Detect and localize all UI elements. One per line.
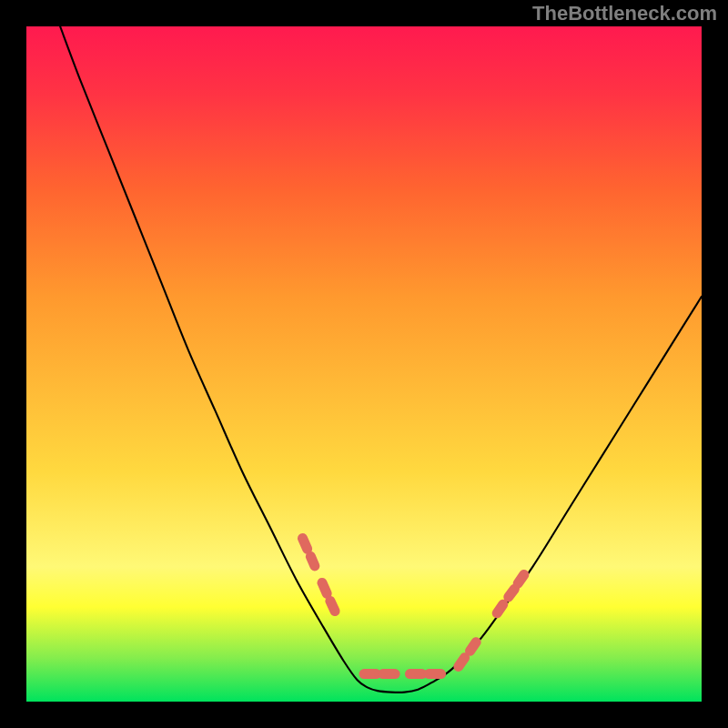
- curve-dashed-segments: [302, 538, 523, 673]
- dash-segment: [470, 642, 476, 652]
- dash-segment: [310, 556, 314, 565]
- dash-segment: [302, 538, 307, 549]
- dash-segment: [322, 582, 327, 593]
- dash-segment: [509, 589, 515, 597]
- watermark-text: TheBottleneck.com: [532, 2, 717, 25]
- dash-segment: [330, 601, 335, 611]
- curve-layer: [26, 26, 702, 702]
- dash-segment: [459, 658, 465, 667]
- chart-container: TheBottleneck.com: [0, 0, 728, 728]
- bottleneck-curve: [60, 26, 702, 693]
- dash-segment: [518, 575, 524, 584]
- dash-segment: [497, 604, 503, 613]
